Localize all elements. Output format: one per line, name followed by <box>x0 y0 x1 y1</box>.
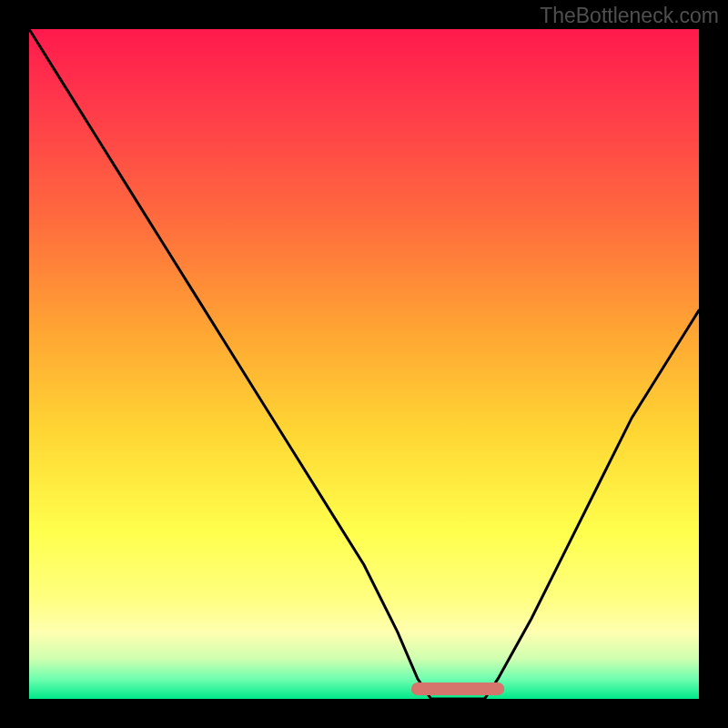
bottleneck-curve-path <box>29 29 699 699</box>
curve-layer <box>29 29 699 699</box>
chart-frame: TheBottleneck.com <box>0 0 728 728</box>
watermark-text: TheBottleneck.com <box>540 4 719 28</box>
plot-area <box>29 29 699 699</box>
